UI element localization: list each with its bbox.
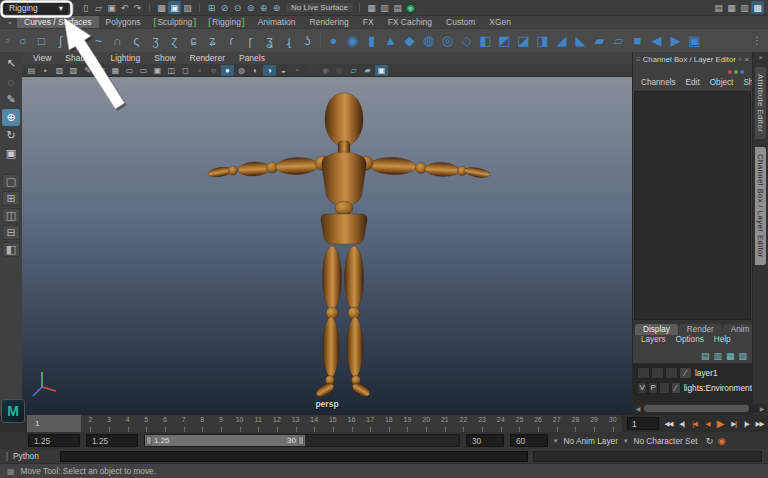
untrim-tool[interactable]: ▱	[609, 31, 628, 51]
viewport-canvas[interactable]: persp	[22, 77, 632, 415]
viewport-field-chart-icon[interactable]: ◫	[165, 65, 178, 76]
shelf-tab-rigging[interactable]: [ Rigging ]	[202, 16, 251, 28]
shelf-tab-fx-caching[interactable]: FX Caching	[381, 16, 439, 28]
frame-tick[interactable]: 10	[230, 415, 249, 432]
menu-set-dropdown[interactable]: Rigging ▾	[4, 2, 68, 14]
frame-tick[interactable]: 17	[361, 415, 380, 432]
move-tool[interactable]: ⊕	[2, 109, 20, 126]
shelf-tab-polygons[interactable]: Polygons	[99, 16, 148, 28]
layer-color-swatch[interactable]: ∕	[671, 382, 681, 394]
rotate-tool[interactable]: ↻	[2, 127, 20, 144]
frame-tick[interactable]: 23	[473, 415, 492, 432]
viewport-safe-action-icon[interactable]: ◻	[179, 65, 192, 76]
viewport-shaded-icon[interactable]: ●	[221, 65, 234, 76]
layer-row-lights-environment[interactable]: V P ∕ lights:Environment	[633, 380, 752, 395]
chevron-down-icon[interactable]: ▾	[554, 437, 558, 445]
shelf-tab-animation[interactable]: Animation	[251, 16, 303, 28]
nurbs-circle-tool[interactable]: ○	[13, 31, 32, 51]
frame-tick[interactable]: 3	[100, 415, 119, 432]
playback-range-track[interactable]: 1.25 30	[144, 434, 460, 447]
frame-tick[interactable]: 2	[81, 415, 100, 432]
insert-knot-tool[interactable]: ɾ	[222, 31, 241, 51]
animation-start-field[interactable]: 1.25	[28, 434, 80, 447]
layer-tab-display[interactable]: Display	[635, 324, 678, 335]
viewport-ambient-occlusion-icon[interactable]: ◒	[277, 65, 290, 76]
playback-range-selection[interactable]: 1.25 30	[145, 435, 305, 446]
shelf-tab-custom[interactable]: Custom	[439, 16, 482, 28]
layer-visibility-toggle[interactable]	[637, 367, 650, 379]
frame-tick[interactable]: 15	[324, 415, 343, 432]
command-result-field[interactable]	[533, 451, 762, 462]
open-render-view-icon[interactable]: ▦	[365, 1, 378, 14]
nurbs-cylinder-tool[interactable]: ▮	[362, 31, 381, 51]
viewport-resolution-gate-icon[interactable]: ▭	[137, 65, 150, 76]
step-back-key-button[interactable]: |◀	[688, 416, 701, 431]
go-to-end-button[interactable]: ▶▶	[753, 416, 766, 431]
play-backwards-button[interactable]: ◀	[701, 416, 714, 431]
viewport-image-plane-icon[interactable]: ✎	[81, 65, 94, 76]
frame-tick[interactable]: 28	[566, 415, 585, 432]
redo-icon[interactable]: ↷	[131, 1, 144, 14]
layer-panel-scrollbar[interactable]: ◀ ▶	[633, 404, 767, 413]
frame-tick[interactable]: 19	[398, 415, 417, 432]
shelf-tab-curves-surfaces[interactable]: Curves / Surfaces	[17, 16, 99, 28]
frame-tick[interactable]: 30	[603, 415, 622, 432]
close-icon[interactable]: ×	[758, 53, 763, 62]
go-to-start-button[interactable]: ◀◀	[662, 416, 675, 431]
cv-curve-tool[interactable]: ʃ	[51, 31, 70, 51]
frame-tick[interactable]: 4	[118, 415, 137, 432]
create-empty-layer-icon[interactable]: ▦	[726, 351, 735, 361]
tab-attribute-editor[interactable]: Attribute Editor	[755, 67, 766, 139]
boundary-tool[interactable]: ◨	[533, 31, 552, 51]
attach-curves-tool[interactable]: ɕ	[184, 31, 203, 51]
arc-three-point-tool[interactable]: ∩	[108, 31, 127, 51]
scrollbar-thumb[interactable]	[644, 405, 748, 412]
extend-curve-tool[interactable]: ɼ	[241, 31, 260, 51]
create-layer-from-selected-icon[interactable]: ▧	[738, 351, 747, 361]
drag-grip-icon[interactable]: ≡	[636, 55, 641, 64]
range-start-handle[interactable]	[146, 436, 152, 445]
popout-icon[interactable]: ▫	[738, 55, 742, 64]
viewport-grid-icon[interactable]: ▦	[109, 65, 122, 76]
file-new-icon[interactable]: ▯	[79, 1, 92, 14]
planar-tool[interactable]: ◧	[476, 31, 495, 51]
chevron-down-icon[interactable]: ▾	[624, 437, 628, 445]
nurbs-plane-tool[interactable]: ◆	[400, 31, 419, 51]
offset-curve-tool[interactable]: ʓ	[260, 31, 279, 51]
snap-grid-icon[interactable]: ⊞	[205, 1, 218, 14]
loft-tool[interactable]: ◇	[457, 31, 476, 51]
frame-tick[interactable]: 7	[174, 415, 193, 432]
select-tool[interactable]: ↖	[2, 55, 20, 72]
frame-tick[interactable]: 13	[286, 415, 305, 432]
select-object-icon[interactable]: ▣	[168, 1, 181, 14]
layer-color-swatch[interactable]: ∕	[679, 367, 692, 379]
shelf-tab-rendering[interactable]: Rendering	[303, 16, 356, 28]
viewport-joints-xray-icon[interactable]: ▰	[361, 65, 374, 76]
viewport-multisample-icon[interactable]: ◌	[305, 65, 318, 76]
bevel-tool[interactable]: ◢	[552, 31, 571, 51]
play-forward-button[interactable]: ▶	[714, 416, 727, 431]
frame-tick[interactable]: 27	[547, 415, 566, 432]
add-points-tool[interactable]: ɀ	[165, 31, 184, 51]
select-component-icon[interactable]: ▨	[181, 1, 194, 14]
viewport-textured-icon[interactable]: ◍	[235, 65, 248, 76]
layout-persp-outliner-button[interactable]: ◧	[2, 242, 20, 257]
frame-tick[interactable]: 16	[342, 415, 361, 432]
nurbs-cube-tool[interactable]: ◉	[343, 31, 362, 51]
viewport-gate-mask-icon[interactable]: ▣	[151, 65, 164, 76]
frame-tick[interactable]: 14	[305, 415, 324, 432]
layer-playback-toggle[interactable]	[651, 367, 664, 379]
shelf-menu-icon[interactable]: ▪	[3, 16, 17, 28]
reverse-curve-tool[interactable]: ʖ	[298, 31, 317, 51]
frame-tick[interactable]: 5	[137, 415, 156, 432]
bevel-plus-tool[interactable]: ◣	[571, 31, 590, 51]
attribute-editor-toggle-icon[interactable]: ▥	[738, 1, 751, 14]
nurbs-cone-tool[interactable]: ▲	[381, 31, 400, 51]
frame-tick[interactable]: 6	[156, 415, 175, 432]
scroll-right-icon[interactable]: ▶	[758, 405, 766, 412]
undo-icon[interactable]: ↶	[118, 1, 131, 14]
paint-select-tool[interactable]: ✎	[2, 91, 20, 108]
frame-tick[interactable]: 26	[529, 415, 548, 432]
viewport-bookmarks-icon[interactable]: ▧	[67, 65, 80, 76]
viewport-shadows-icon[interactable]: ◑	[263, 65, 276, 76]
